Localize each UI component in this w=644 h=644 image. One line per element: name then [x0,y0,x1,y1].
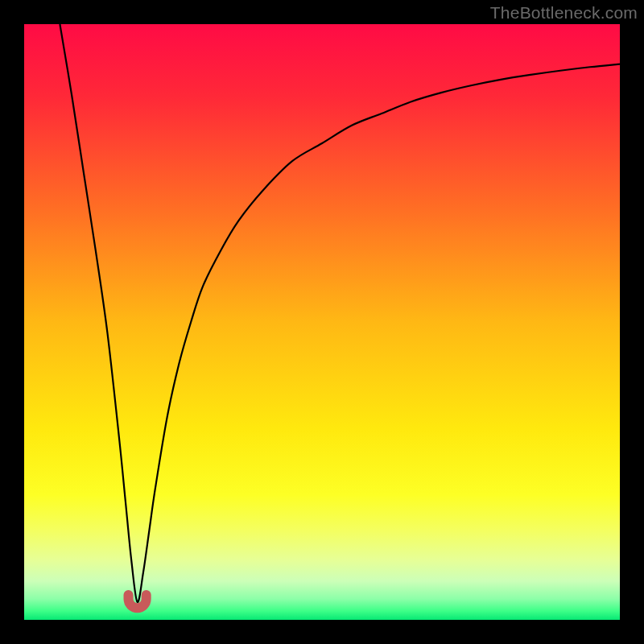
chart-area [24,24,620,620]
attribution-text: TheBottleneck.com [490,3,638,23]
bottleneck-chart [24,24,620,620]
gradient-background [24,24,620,620]
outer-frame: TheBottleneck.com [0,0,644,644]
